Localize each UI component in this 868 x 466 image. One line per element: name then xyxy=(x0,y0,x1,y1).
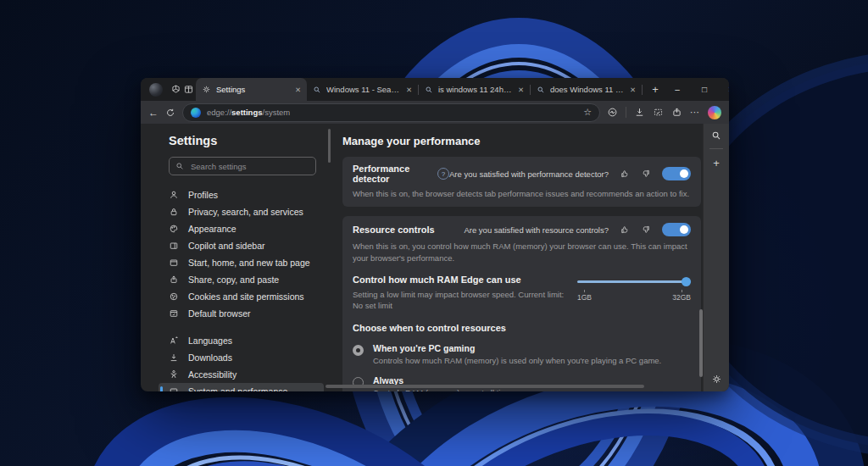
sidebar-settings-gear-icon[interactable] xyxy=(711,374,722,385)
ram-slider[interactable] xyxy=(577,277,691,286)
window-controls: – □ ✕ xyxy=(664,78,729,101)
tab-label: Settings xyxy=(216,85,290,94)
appearance-icon xyxy=(169,224,179,234)
sidebar-item-label: Appearance xyxy=(188,224,236,234)
thumbs-up-icon[interactable] xyxy=(620,225,630,235)
settings-nav-list: Profiles Privacy, search, and services A… xyxy=(159,186,324,391)
ram-limit-description: Setting a low limit may impact browser s… xyxy=(353,289,565,312)
option-always[interactable]: Always Controls RAM (memory) use at all … xyxy=(353,375,691,391)
ram-slider-track xyxy=(577,280,691,283)
radio-selected-icon[interactable] xyxy=(353,345,364,356)
resource-controls-label: Resource controls xyxy=(353,225,435,235)
sidebar-item-accessibility[interactable]: Accessibility xyxy=(159,366,324,383)
sidebar-item-label: System and performance xyxy=(188,386,287,391)
sidebar-item-appearance[interactable]: Appearance xyxy=(159,220,324,237)
refresh-button[interactable] xyxy=(165,108,175,118)
settings-gear-icon xyxy=(202,85,211,94)
sidebar-item-label: Copilot and sidebar xyxy=(188,241,264,251)
search-favicon xyxy=(537,86,545,94)
sidebar-item-system-performance[interactable]: System and performance xyxy=(159,383,324,391)
thumbs-up-icon[interactable] xyxy=(620,169,630,179)
sidebar-search-icon[interactable] xyxy=(711,130,721,141)
sidebar-item-start-home[interactable]: Start, home, and new tab page xyxy=(159,254,324,271)
maximize-button[interactable]: □ xyxy=(691,78,718,101)
minimize-button[interactable]: – xyxy=(664,78,691,101)
tab-settings[interactable]: Settings ✕ xyxy=(196,78,307,101)
browser-essentials-icon[interactable] xyxy=(607,107,618,118)
settings-search-box[interactable] xyxy=(169,157,316,175)
browser-window: Settings ✕ Windows 11 - Search ✕ is wind… xyxy=(141,78,729,391)
tab-close-icon[interactable]: ✕ xyxy=(295,86,301,94)
option-description: Controls how much RAM (memory) is used o… xyxy=(373,356,661,365)
tab-windows11-search[interactable]: Windows 11 - Search ✕ xyxy=(307,78,418,101)
ram-limit-label: Control how much RAM Edge can use xyxy=(353,275,565,285)
sidebar-item-label: Downloads xyxy=(188,352,232,363)
sidebar-layout-icon xyxy=(169,241,179,251)
settings-and-more-icon[interactable]: ⋯ xyxy=(690,107,700,118)
tab-label: does Windows 11 24H2 xyxy=(550,85,625,94)
info-icon[interactable]: ? xyxy=(437,168,449,180)
workspaces-icon[interactable] xyxy=(170,81,181,98)
web-capture-icon[interactable] xyxy=(653,107,664,118)
favorite-star-icon[interactable]: ☆ xyxy=(583,107,592,118)
option-label: When you're PC gaming xyxy=(373,343,661,353)
page-scrollbar[interactable] xyxy=(699,309,703,377)
account-avatar[interactable] xyxy=(708,106,721,119)
sidebar-item-label: Privacy, search, and services xyxy=(188,207,303,217)
sidebar-item-share-copy-paste[interactable]: Share, copy, and paste xyxy=(159,271,324,288)
tab-actions-icon[interactable] xyxy=(183,81,194,98)
sidebar-item-downloads[interactable]: Downloads xyxy=(159,349,324,366)
ram-max-label: 32GB xyxy=(672,293,691,302)
url-text: edge://settings/system xyxy=(207,108,290,117)
thumbs-down-icon[interactable] xyxy=(641,225,651,235)
home-page-icon xyxy=(169,258,179,268)
profile-picture[interactable] xyxy=(149,83,163,97)
thumbs-down-icon[interactable] xyxy=(641,169,651,179)
back-button[interactable]: ← xyxy=(148,107,159,119)
tab-label: is windows 11 24h2 safe xyxy=(438,85,513,94)
sidebar-item-label: Languages xyxy=(188,336,232,346)
tab-is-24h2-safe[interactable]: is windows 11 24h2 safe ✕ xyxy=(419,78,530,101)
settings-search-input[interactable] xyxy=(189,161,309,172)
sidebar-item-cookies[interactable]: Cookies and site permissions xyxy=(159,288,324,305)
performance-detector-description: When this is on, the browser detects tab… xyxy=(353,188,691,199)
choose-when-label: Choose when to control resources xyxy=(353,323,691,333)
person-icon xyxy=(169,190,179,200)
tab-strip: Settings ✕ Windows 11 - Search ✕ is wind… xyxy=(141,78,729,101)
settings-page: Settings Profiles Privacy, search, and s… xyxy=(141,124,729,391)
tab-close-icon[interactable]: ✕ xyxy=(518,86,524,94)
cookie-icon xyxy=(169,291,179,302)
browser-check-icon xyxy=(169,308,179,319)
performance-detector-toggle[interactable] xyxy=(662,167,691,180)
sidebar-item-copilot-sidebar[interactable]: Copilot and sidebar xyxy=(159,237,324,254)
address-bar[interactable]: edge://settings/system ☆ xyxy=(182,103,600,122)
performance-detector-label: Performance detector xyxy=(353,164,432,184)
refresh-icon xyxy=(165,108,175,118)
toolbar-actions: ⋯ xyxy=(607,106,721,119)
tab-close-icon[interactable]: ✕ xyxy=(406,86,412,94)
sidebar-item-label: Default browser xyxy=(188,308,251,319)
sidebar-item-privacy[interactable]: Privacy, search, and services xyxy=(159,203,324,220)
new-tab-button[interactable]: + xyxy=(647,81,664,98)
performance-detector-card: Performance detector ? Are you satisfied… xyxy=(342,157,701,207)
horizontal-scrollbar[interactable] xyxy=(326,385,644,388)
ram-slider-thumb[interactable] xyxy=(682,277,691,286)
search-favicon xyxy=(313,86,321,94)
option-pc-gaming[interactable]: When you're PC gaming Controls how much … xyxy=(353,343,691,365)
accessibility-icon xyxy=(169,369,179,380)
ram-slider-scale: 1GB 32GB xyxy=(577,290,691,302)
tab-close-icon[interactable]: ✕ xyxy=(630,86,636,94)
resource-controls-toggle[interactable] xyxy=(662,223,691,236)
sidebar-item-languages[interactable]: Languages xyxy=(159,332,324,349)
share-icon[interactable] xyxy=(671,107,682,118)
downloads-icon[interactable] xyxy=(634,107,645,118)
close-button[interactable]: ✕ xyxy=(718,78,729,101)
sidebar-item-default-browser[interactable]: Default browser xyxy=(159,305,324,322)
lock-icon xyxy=(169,207,179,217)
sidebar-add-icon[interactable]: + xyxy=(713,157,720,169)
settings-title: Settings xyxy=(169,134,331,147)
sidebar-item-profiles[interactable]: Profiles xyxy=(159,186,324,203)
tab-does-24h2[interactable]: does Windows 11 24H2 ✕ xyxy=(531,78,642,101)
edge-sidebar-rail: + xyxy=(703,124,729,391)
search-icon xyxy=(175,162,184,170)
